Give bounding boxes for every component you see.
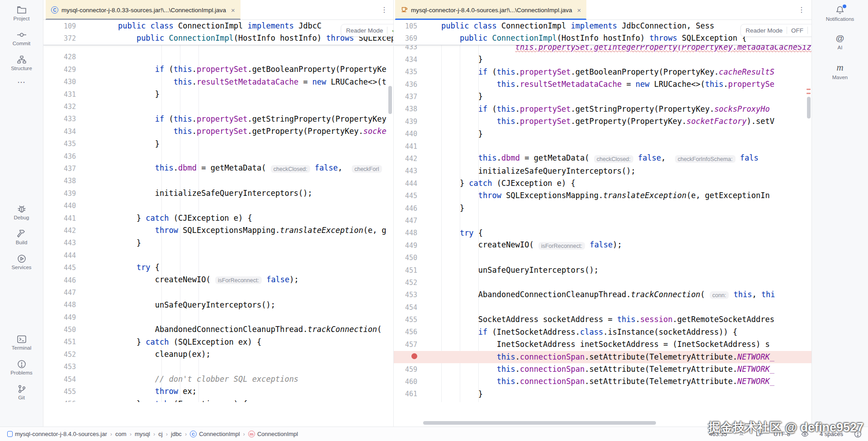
code-line[interactable]: 450 AbandonedConnectionCleanupThread.tra… [43,323,393,336]
line-number[interactable]: 433 [394,45,417,52]
sidebar-item-ai[interactable]: @ AI [812,33,868,50]
line-number[interactable]: 437 [394,93,417,101]
line-number[interactable]: 432 [43,103,76,111]
line-number[interactable]: 446 [394,204,417,213]
line-number[interactable]: 461 [394,390,417,398]
line-number[interactable]: 435 [394,68,417,76]
vertical-scrollbar-thumb[interactable] [807,97,811,119]
sidebar-item-git[interactable]: Git [0,384,43,400]
code-line[interactable]: 431 } [43,88,393,100]
code-line[interactable]: 460 this.connectionSpan.setAttribute(Tel… [394,375,811,388]
sidebar-item-project[interactable]: Project [0,5,43,21]
code-line[interactable]: 434 } [394,53,811,66]
line-number[interactable]: 448 [43,301,76,309]
line-number[interactable]: 442 [394,155,417,163]
code-line[interactable]: 448 try { [394,227,811,239]
code-line[interactable]: 439 initializeSafeQueryInterceptors(); [43,187,393,199]
code-line[interactable]: 461 } [394,388,811,400]
code-line[interactable]: 444 [43,249,393,261]
code-line[interactable]: 443 } [43,237,393,249]
code-line[interactable]: 437 this.dbmd = getMetaData( checkClosed… [43,162,393,175]
code-line[interactable]: 432 [43,100,393,113]
line-number[interactable]: 456 [43,400,76,402]
breadcrumb-method[interactable]: m ConnectionImpl [248,431,298,437]
sidebar-item-build[interactable]: Build [0,229,43,245]
sidebar-item-more[interactable]: ⋯ [0,80,43,85]
code-line[interactable]: 446 } [394,202,811,214]
line-number[interactable]: 437 [43,165,76,173]
line-number[interactable]: 451 [394,266,417,275]
line-number[interactable]: 449 [394,242,417,250]
line-ending-selector[interactable]: LF [756,431,763,437]
line-number[interactable]: 436 [43,152,76,161]
code-line[interactable]: 446 createNewIO( isForReconnect: false); [43,274,393,286]
line-number[interactable]: 454 [394,303,417,312]
line-number[interactable]: 447 [394,217,417,225]
line-number[interactable]: 436 [394,81,417,89]
close-icon[interactable]: × [577,6,581,14]
code-line[interactable]: 449 [43,311,393,323]
line-number[interactable]: 434 [394,56,417,64]
code-body-right[interactable]: 433 this.propertySet.getIntegerProperty(… [394,45,811,402]
sidebar-item-structure[interactable]: Structure [0,55,43,71]
code-line[interactable]: 452 [394,276,811,289]
warning-circle-icon[interactable] [854,430,862,438]
indent-selector[interactable]: 4 spaces [820,431,843,437]
code-line[interactable]: 456 if (InetSocketAddress.class.isInstan… [394,326,811,338]
horizontal-scrollbar-thumb[interactable] [423,421,656,425]
tab-options-kebab-icon[interactable]: ⋮ [798,5,805,14]
close-icon[interactable]: × [231,6,235,14]
line-number[interactable]: 434 [43,128,76,136]
line-number[interactable]: 445 [43,264,76,272]
code-line[interactable]: 451 unSafeQueryInterceptors(); [394,264,811,276]
editor-right[interactable]: 105 public class ConnectionImpl implemen… [394,20,811,427]
breadcrumb-cj[interactable]: cj [158,431,162,437]
line-number[interactable]: 429 [43,66,76,74]
code-body-left[interactable]: 428429 if (this.propertySet.getBooleanPr… [43,45,393,402]
code-line[interactable]: 437 } [394,90,811,103]
reader-mode-widget-left[interactable]: Reader Mode ✔ ☰ [341,24,393,37]
code-line[interactable]: 436 [43,150,393,162]
line-number[interactable]: 457 [394,341,417,349]
code-line[interactable]: 435 } [43,138,393,150]
code-line[interactable]: 442 throw SQLExceptionsMapping.translate… [43,224,393,237]
line-number[interactable]: 452 [43,351,76,359]
code-line[interactable]: 453 AbandonedConnectionCleanupThread.tra… [394,289,811,301]
code-line[interactable]: 439 this.propertySet.getProperty(Propert… [394,115,811,128]
line-number[interactable]: 372 [43,34,76,43]
line-number[interactable]: 450 [43,326,76,334]
code-line[interactable]: 457 InetSocketAddress inetSocketAddress … [394,338,811,351]
line-number[interactable]: 442 [43,227,76,235]
line-number[interactable]: 435 [43,140,76,148]
code-line[interactable]: 430 this.resultSetMetadataCache = new LR… [43,76,393,88]
encoding-selector[interactable]: UTF-8 [774,431,790,437]
line-number[interactable]: 428 [43,53,76,61]
code-line[interactable]: 451 } catch (SQLException ex) { [43,336,393,348]
code-line[interactable]: 429 if (this.propertySet.getBooleanPrope… [43,63,393,76]
code-line[interactable]: 436 this.resultSetMetadataCache = new LR… [394,78,811,90]
code-line[interactable]: 447 [43,286,393,299]
rocket-icon[interactable] [738,431,745,438]
sidebar-item-debug[interactable]: Debug [0,204,43,220]
line-number[interactable]: 454 [43,375,76,384]
line-number[interactable]: 440 [43,202,76,210]
line-number[interactable]: 438 [394,105,417,113]
code-line[interactable]: 455 SocketAddress socketAddress = this.s… [394,313,811,326]
code-line[interactable]: 445 try { [43,261,393,274]
code-line[interactable]: 453 [43,361,393,373]
code-line[interactable]: 435 if (this.propertySet.getBooleanPrope… [394,66,811,78]
code-line[interactable]: 442 this.dbmd = getMetaData( checkClosed… [394,152,811,165]
editor-left[interactable]: 109 public class ConnectionImpl implemen… [43,20,393,427]
code-line[interactable]: 433 this.propertySet.getIntegerProperty(… [394,45,811,53]
read-only-eye-icon[interactable] [801,431,809,437]
line-number[interactable]: 455 [394,316,417,324]
line-number[interactable]: 439 [394,118,417,126]
code-line[interactable]: 448 unSafeQueryInterceptors(); [43,299,393,311]
breadcrumb-mysql[interactable]: mysql [135,431,150,437]
code-line[interactable]: 440 [43,199,393,212]
code-line[interactable]: 447 [394,214,811,227]
line-number[interactable]: 439 [43,190,76,198]
vertical-scrollbar-thumb[interactable] [388,86,392,114]
sidebar-item-commit[interactable]: Commit [0,30,43,46]
line-number[interactable]: 444 [394,180,417,188]
